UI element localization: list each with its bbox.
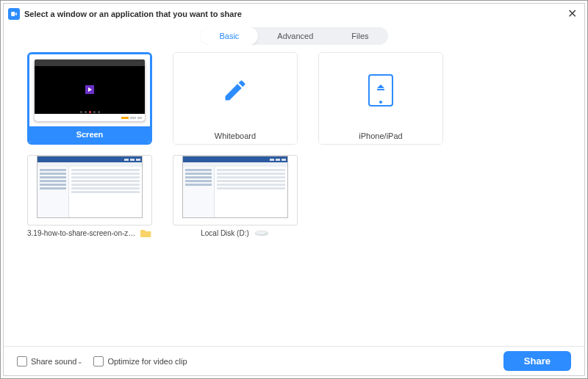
share-option-label: Whiteboard [173, 128, 297, 144]
window-thumbnail [173, 155, 298, 225]
share-button[interactable]: Share [503, 351, 571, 371]
bottom-bar: Share sound ⌄ Optimize for video clip Sh… [4, 346, 584, 375]
window-label: 3.19-how-to-share-screen-on-zo... [27, 229, 136, 237]
zoom-logo-icon [8, 8, 20, 20]
share-option-whiteboard[interactable]: Whiteboard [173, 52, 298, 145]
window-label: Local Disk (D:) [201, 229, 249, 237]
chevron-down-icon[interactable]: ⌄ [77, 358, 83, 365]
share-option-label: Screen [29, 126, 150, 142]
tab-files[interactable]: Files [332, 27, 387, 45]
share-sound-label: Share sound [31, 357, 76, 366]
folder-icon [140, 228, 152, 237]
share-sound-option[interactable]: Share sound ⌄ [17, 356, 83, 367]
share-dialog: Select a window or an application that y… [3, 3, 585, 376]
share-option-label: iPhone/iPad [319, 128, 442, 144]
airplay-tablet-icon [359, 68, 403, 112]
tab-basic[interactable]: Basic [200, 27, 258, 45]
disk-drive-icon [254, 228, 270, 237]
svg-point-2 [265, 233, 266, 234]
optimize-video-option[interactable]: Optimize for video clip [93, 356, 187, 367]
checkbox-icon[interactable] [93, 356, 104, 367]
tabs-row: Basic Advanced Files [4, 24, 584, 52]
share-options-grid: Screen Whiteboard iPhone/iPad [4, 52, 584, 248]
share-option-window[interactable]: 3.19-how-to-share-screen-on-zo... [27, 155, 152, 248]
pencil-icon [222, 77, 248, 104]
svg-point-1 [255, 231, 268, 235]
share-option-iphone-ipad[interactable]: iPhone/iPad [318, 52, 443, 145]
whiteboard-thumbnail [173, 53, 297, 128]
screen-thumbnail [29, 54, 150, 126]
play-icon [85, 85, 94, 94]
iphone-ipad-thumbnail [319, 53, 442, 128]
titlebar: Select a window or an application that y… [4, 4, 584, 24]
checkbox-icon[interactable] [17, 356, 27, 367]
window-thumbnail [27, 155, 152, 225]
close-button[interactable]: ✕ [565, 8, 578, 21]
tabs: Basic Advanced Files [200, 27, 387, 45]
tab-advanced[interactable]: Advanced [258, 27, 332, 45]
share-option-screen[interactable]: Screen [27, 52, 152, 145]
share-option-window[interactable]: Local Disk (D:) [173, 155, 298, 248]
dialog-title: Select a window or an application that y… [24, 10, 242, 18]
optimize-label: Optimize for video clip [107, 357, 187, 366]
